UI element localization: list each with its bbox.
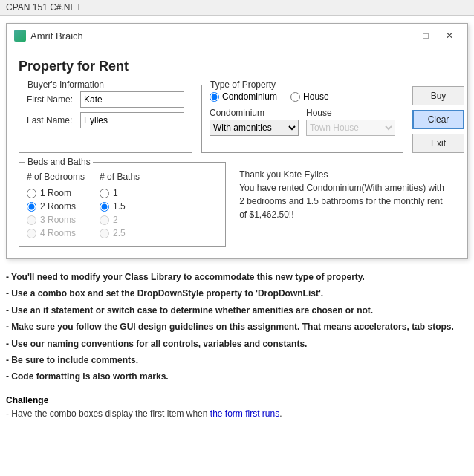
instruction-2: - Use a combo box and set the DropDownSt…: [6, 286, 468, 301]
first-name-label: First Name:: [27, 94, 80, 105]
instruction-1: - You'll need to modify your Class Libra…: [6, 270, 468, 284]
buyers-info-legend: Buyer's Information: [25, 79, 106, 90]
bath-2-label: 2: [100, 215, 140, 225]
clear-button[interactable]: Clear: [412, 110, 464, 129]
bedroom-3-radio: [27, 215, 36, 225]
beds-baths-section: Beds and Baths # of Bedrooms 1 Room 2 Ro…: [19, 162, 226, 247]
first-name-row: First Name:: [27, 91, 184, 108]
house-dropdown-label: House: [306, 108, 395, 118]
bath-2-5-text: 2.5: [113, 228, 126, 238]
house-dropdown[interactable]: Town House Single Family: [306, 120, 395, 136]
top-bar-label: CPAN 151 C#.NET: [6, 2, 82, 13]
thankyou-line3: 2 bedrooms and 1.5 bathrooms for the mon…: [239, 195, 449, 208]
beds-columns: # of Bedrooms 1 Room 2 Rooms 3 Rooms: [27, 172, 218, 238]
property-radio-row: Condominium House: [210, 91, 395, 102]
bottom-section: Beds and Baths # of Bedrooms 1 Room 2 Ro…: [19, 162, 455, 247]
last-name-label: Last Name:: [27, 115, 80, 125]
instruction-4: - Make sure you follow the GUI design gu…: [6, 319, 468, 334]
last-name-input[interactable]: [80, 112, 184, 128]
bath-1-5-radio[interactable]: [100, 202, 109, 212]
bath-1-radio[interactable]: [100, 189, 109, 198]
buy-button[interactable]: Buy: [412, 86, 464, 105]
condominium-radio[interactable]: [210, 92, 219, 102]
condo-dropdown[interactable]: With amenities Without amenities: [210, 120, 299, 136]
top-bar: CPAN 151 C#.NET: [0, 0, 474, 16]
bedroom-1-text: 1 Room: [40, 188, 71, 198]
condominium-radio-label[interactable]: Condominium: [210, 91, 277, 102]
bath-1-text: 1: [113, 188, 118, 198]
challenge-title: Challenge: [6, 395, 468, 405]
challenge-text-before: - Have the combo boxes display the first…: [6, 408, 210, 419]
bath-2-5-radio: [100, 229, 109, 238]
thankyou-line4: of $1,462.50!!: [239, 208, 449, 221]
window-content: Property for Rent Buyer's Information Fi…: [7, 48, 467, 258]
bedroom-2-text: 2 Rooms: [40, 201, 76, 212]
house-label: House: [303, 91, 329, 102]
bedroom-2-radio[interactable]: [27, 202, 36, 212]
bath-1-5-text: 1.5: [113, 201, 126, 212]
instruction-7: - Code formatting is also worth marks.: [6, 369, 468, 384]
bath-2-text: 2: [113, 215, 118, 225]
bedroom-3-text: 3 Rooms: [40, 215, 76, 225]
thankyou-line1: Thank you Kate Eylles: [239, 168, 449, 181]
condominium-label: Condominium: [222, 91, 277, 102]
close-button[interactable]: ✕: [439, 28, 460, 43]
challenge-text: - Have the combo boxes display the first…: [6, 408, 468, 419]
form-title: Property for Rent: [19, 59, 455, 74]
condo-dropdown-label: Condominium: [210, 108, 299, 118]
bath-1-label[interactable]: 1: [100, 188, 140, 198]
maximize-button[interactable]: □: [415, 28, 436, 43]
challenge-section: Challenge - Have the combo boxes display…: [6, 395, 468, 419]
instruction-5: - Use our naming conventions for all con…: [6, 336, 468, 351]
bedroom-1-radio[interactable]: [27, 189, 36, 198]
bedrooms-col: # of Bedrooms 1 Room 2 Rooms 3 Rooms: [27, 172, 85, 238]
property-type-legend: Type of Property: [208, 79, 278, 90]
last-name-row: Last Name:: [27, 112, 184, 128]
house-radio-label[interactable]: House: [290, 91, 329, 102]
exit-button[interactable]: Exit: [412, 134, 464, 153]
bedroom-4-text: 4 Rooms: [40, 228, 76, 238]
instruction-3: - Use an if statement or switch case to …: [6, 303, 468, 318]
bedroom-2-label[interactable]: 2 Rooms: [27, 201, 85, 212]
bedroom-4-label: 4 Rooms: [27, 228, 85, 238]
bedroom-1-label[interactable]: 1 Room: [27, 188, 85, 198]
house-dropdown-group: House Town House Single Family: [306, 108, 395, 136]
challenge-text-highlight: the form first runs: [210, 408, 279, 419]
bath-2-5-label: 2.5: [100, 228, 140, 238]
bedroom-4-radio: [27, 229, 36, 238]
buyers-info-section: Buyer's Information First Name: Last Nam…: [19, 85, 192, 153]
bedrooms-header: # of Bedrooms: [27, 172, 85, 182]
window-titlebar: Amrit Braich — □ ✕: [7, 24, 467, 48]
action-buttons: Buy Clear Exit: [412, 85, 466, 153]
window-title: Amrit Braich: [30, 30, 83, 42]
thankyou-line2: You have rented Condominium(With ameniti…: [239, 181, 449, 195]
top-section: Buyer's Information First Name: Last Nam…: [19, 85, 455, 153]
instructions-section: - You'll need to modify your Class Libra…: [6, 270, 468, 385]
application-window: Amrit Braich — □ ✕ Property for Rent Buy…: [6, 23, 468, 259]
first-name-input[interactable]: [80, 91, 184, 108]
property-type-section: Type of Property Condominium House Condo…: [201, 85, 403, 153]
bath-2-radio: [100, 215, 109, 225]
challenge-text-after: .: [279, 408, 282, 419]
instruction-6: - Be sure to include comments.: [6, 353, 468, 368]
beds-baths-legend: Beds and Baths: [25, 157, 93, 167]
thankyou-box: Thank you Kate Eylles You have rented Co…: [233, 162, 455, 247]
minimize-button[interactable]: —: [392, 28, 412, 43]
window-app-icon: [14, 30, 26, 42]
window-title-left: Amrit Braich: [14, 30, 83, 42]
bath-1-5-label[interactable]: 1.5: [100, 201, 140, 212]
dropdown-row: Condominium With amenities Without ameni…: [210, 108, 395, 136]
baths-header: # of Baths: [100, 172, 140, 182]
window-controls: — □ ✕: [392, 28, 460, 43]
house-radio[interactable]: [290, 92, 300, 102]
condo-dropdown-group: Condominium With amenities Without ameni…: [210, 108, 299, 136]
baths-col: # of Baths 1 1.5 2: [100, 172, 140, 238]
bedroom-3-label: 3 Rooms: [27, 215, 85, 225]
